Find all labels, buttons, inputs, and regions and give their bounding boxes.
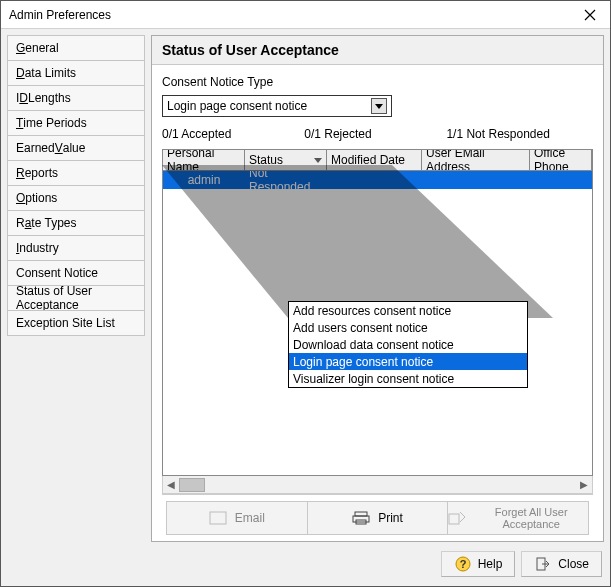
- sidebar-item-0[interactable]: General: [7, 35, 145, 61]
- svg-rect-1: [355, 512, 367, 516]
- print-icon: [352, 511, 370, 525]
- column-personal-name[interactable]: Personal Name: [163, 150, 245, 170]
- column-status[interactable]: Status: [245, 150, 327, 170]
- acceptance-counts: 0/1 Accepted 0/1 Rejected 1/1 Not Respon…: [162, 127, 593, 141]
- svg-text:?: ?: [459, 558, 466, 570]
- email-button[interactable]: Email: [166, 501, 308, 535]
- cell-status: Not Responded: [245, 171, 327, 194]
- sidebar: GeneralData LimitsID LengthsTime Periods…: [7, 35, 145, 542]
- print-button[interactable]: Print: [308, 501, 449, 535]
- scroll-left-arrow[interactable]: ◀: [163, 479, 179, 490]
- table-row[interactable]: admin Not Responded: [163, 171, 592, 189]
- sidebar-item-8[interactable]: Industry: [7, 235, 145, 261]
- combo-label: Consent Notice Type: [162, 75, 593, 89]
- dropdown-item[interactable]: Add resources consent notice: [289, 302, 527, 319]
- combo-value: Login page consent notice: [167, 99, 371, 113]
- combo-dropdown-button[interactable]: [371, 98, 387, 114]
- column-modified-date[interactable]: Modified Date: [327, 150, 422, 170]
- close-button[interactable]: Close: [521, 551, 602, 577]
- forget-all-button[interactable]: Forget All User Acceptance: [448, 501, 589, 535]
- not-responded-count: 1/1 Not Responded: [446, 127, 588, 141]
- sidebar-item-2[interactable]: ID Lengths: [7, 85, 145, 111]
- sidebar-item-11[interactable]: Exception Site List: [7, 310, 145, 336]
- sidebar-item-10[interactable]: Status of User Acceptance: [7, 285, 145, 311]
- consent-notice-type-combo[interactable]: Login page consent notice: [162, 95, 392, 117]
- forget-icon: [448, 511, 466, 525]
- dropdown-item[interactable]: Download data consent notice: [289, 336, 527, 353]
- scroll-right-arrow[interactable]: ▶: [576, 479, 592, 490]
- close-icon: [584, 9, 596, 21]
- help-button[interactable]: ? Help: [441, 551, 516, 577]
- dialog-button-bar: ? Help Close: [7, 548, 604, 580]
- sidebar-item-9[interactable]: Consent Notice: [7, 260, 145, 286]
- horizontal-scrollbar[interactable]: ◀ ▶: [162, 476, 593, 494]
- consent-notice-type-dropdown[interactable]: Add resources consent noticeAdd users co…: [288, 301, 528, 388]
- column-email[interactable]: User EMail Address: [422, 150, 530, 170]
- svg-rect-4: [449, 514, 459, 524]
- sidebar-item-1[interactable]: Data Limits: [7, 60, 145, 86]
- svg-rect-2: [353, 516, 369, 522]
- sidebar-item-5[interactable]: Reports: [7, 160, 145, 186]
- sidebar-item-3[interactable]: Time Periods: [7, 110, 145, 136]
- email-icon: [209, 511, 227, 525]
- help-icon: ?: [454, 556, 472, 572]
- chevron-down-icon: [375, 104, 383, 109]
- content-panel: Status of User Acceptance Consent Notice…: [151, 35, 604, 542]
- svg-rect-0: [210, 512, 226, 524]
- scroll-thumb[interactable]: [179, 478, 205, 492]
- titlebar: Admin Preferences: [1, 1, 610, 29]
- sidebar-item-4[interactable]: Earned Value: [7, 135, 145, 161]
- panel-title: Status of User Acceptance: [152, 36, 603, 65]
- table-header: Personal Name Status Modified Date User …: [162, 149, 593, 171]
- admin-preferences-window: Admin Preferences GeneralData LimitsID L…: [0, 0, 611, 587]
- dropdown-item[interactable]: Add users consent notice: [289, 319, 527, 336]
- sidebar-item-7[interactable]: Rate Types: [7, 210, 145, 236]
- column-office-phone[interactable]: Office Phone: [530, 150, 592, 170]
- cell-personal-name: admin: [163, 173, 245, 187]
- window-title: Admin Preferences: [9, 8, 570, 22]
- panel-actions: Email Print Forget All User Acceptance: [162, 494, 593, 537]
- dropdown-item[interactable]: Login page consent notice: [289, 353, 527, 370]
- accepted-count: 0/1 Accepted: [162, 127, 304, 141]
- close-door-icon: [534, 556, 552, 572]
- window-close-button[interactable]: [570, 1, 610, 29]
- sidebar-item-6[interactable]: Options: [7, 185, 145, 211]
- dropdown-item[interactable]: Visualizer login consent notice: [289, 370, 527, 387]
- rejected-count: 0/1 Rejected: [304, 127, 446, 141]
